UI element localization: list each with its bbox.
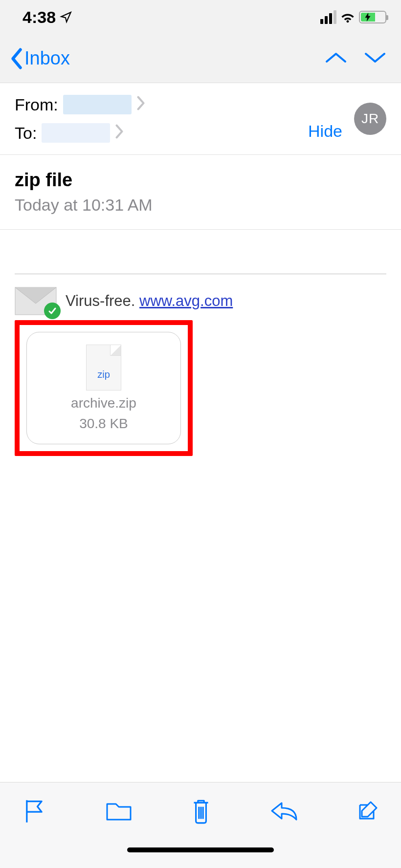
location-icon <box>60 11 72 23</box>
message-headers[interactable]: From: To: Hide JR <box>0 83 401 155</box>
compose-button[interactable] <box>356 799 379 825</box>
message-datetime: Today at 10:31 AM <box>15 195 386 215</box>
flag-icon <box>22 798 47 824</box>
back-button[interactable]: Inbox <box>9 47 70 70</box>
message-nav-arrows <box>325 50 386 67</box>
to-value-redacted <box>42 123 110 143</box>
reply-button[interactable] <box>270 799 298 825</box>
attachment-filename: archive.zip <box>71 395 136 411</box>
trash-icon <box>190 798 212 824</box>
battery-icon <box>359 11 386 23</box>
to-label: To: <box>15 124 37 143</box>
from-row[interactable]: From: <box>15 95 308 114</box>
flag-button[interactable] <box>22 798 47 825</box>
envelope-badge <box>15 287 57 315</box>
file-extension-label: zip <box>97 369 110 380</box>
divider <box>15 274 386 274</box>
back-label: Inbox <box>24 48 70 69</box>
subject-text: zip file <box>15 170 386 191</box>
clock-time: 4:38 <box>22 8 56 27</box>
status-indicators <box>320 10 386 24</box>
virus-free-banner: Virus-free. www.avg.com <box>15 287 386 315</box>
from-label: From: <box>15 95 58 114</box>
compose-icon <box>356 799 379 823</box>
message-body: Virus-free. www.avg.com zip archive.zip … <box>0 230 401 471</box>
chevron-up-icon <box>325 50 347 65</box>
avg-link[interactable]: www.avg.com <box>139 292 233 309</box>
chevron-down-icon <box>364 50 386 65</box>
chevron-right-icon <box>136 96 145 110</box>
subject-block: zip file Today at 10:31 AM <box>0 155 401 230</box>
cellular-signal-icon <box>320 10 336 24</box>
avatar[interactable]: JR <box>354 103 386 135</box>
previous-message-button[interactable] <box>325 50 347 67</box>
status-time: 4:38 <box>22 8 72 27</box>
home-indicator[interactable] <box>127 847 274 852</box>
file-icon: zip <box>86 345 121 391</box>
to-row[interactable]: To: <box>15 123 308 143</box>
checkmark-badge-icon <box>44 303 61 319</box>
attachment-size: 30.8 KB <box>79 416 128 432</box>
home-indicator-area <box>0 841 401 868</box>
virus-free-text: Virus-free. <box>66 292 135 309</box>
navigation-bar: Inbox <box>0 34 401 83</box>
folder-icon <box>105 799 133 823</box>
status-bar: 4:38 <box>0 0 401 34</box>
from-disclosure <box>136 95 145 114</box>
attachment-card[interactable]: zip archive.zip 30.8 KB <box>26 332 181 444</box>
avatar-initials: JR <box>361 111 379 127</box>
delete-button[interactable] <box>190 798 212 826</box>
to-disclosure <box>115 124 124 143</box>
bottom-toolbar <box>0 782 401 841</box>
chevron-right-icon <box>115 124 124 139</box>
wifi-icon <box>339 11 356 23</box>
charging-icon <box>365 13 371 22</box>
annotation-highlight: zip archive.zip 30.8 KB <box>15 320 193 456</box>
from-value-redacted <box>63 95 132 114</box>
reply-icon <box>270 799 298 823</box>
message-content: From: To: Hide JR zip file Today at 1 <box>0 83 401 782</box>
chevron-left-icon <box>9 47 24 70</box>
hide-details-button[interactable]: Hide <box>308 122 342 141</box>
next-message-button[interactable] <box>364 50 386 67</box>
move-to-folder-button[interactable] <box>105 799 133 825</box>
